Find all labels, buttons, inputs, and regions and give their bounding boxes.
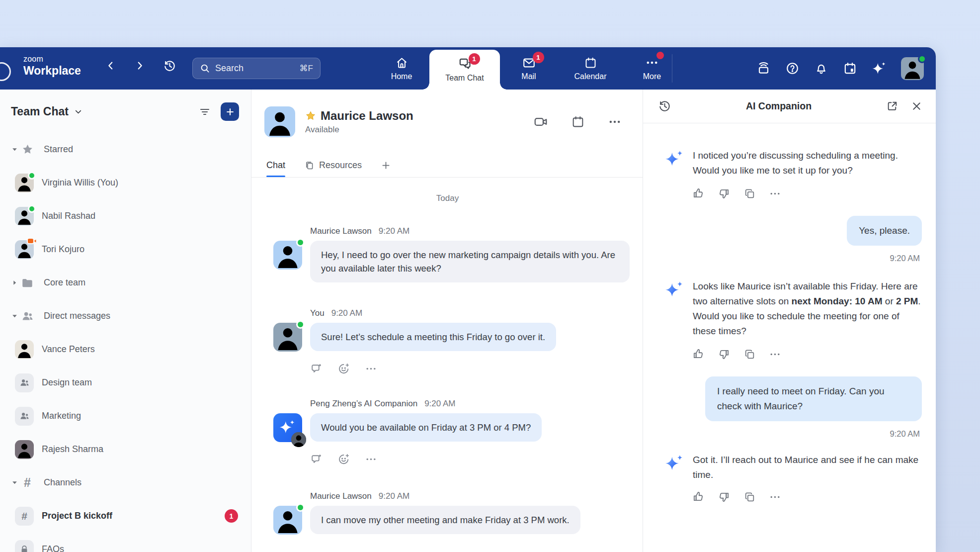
sidebar-item-virginia-willis[interactable]: Virginia Willis (You) <box>0 166 251 199</box>
ai-message: I noticed you’re discussing scheduling a… <box>665 148 923 178</box>
copy-icon[interactable] <box>743 187 756 200</box>
sidebar-section-core-team[interactable]: Core team <box>0 266 251 299</box>
more-icon[interactable] <box>769 348 781 361</box>
sidebar-title[interactable]: Team Chat <box>11 105 69 118</box>
search-icon <box>200 63 210 74</box>
tab-team-chat[interactable]: 1 Team Chat <box>429 50 500 90</box>
sidebar-item-nabil-rashad[interactable]: Nabil Rashad <box>0 199 251 233</box>
caret-down-icon[interactable] <box>11 479 18 486</box>
tab-mail[interactable]: 1 Mail <box>500 47 558 90</box>
help-icon[interactable] <box>785 61 800 76</box>
user-avatar[interactable] <box>901 57 924 80</box>
sidebar-item-label: Vance Peters <box>42 344 95 355</box>
sidebar-section-direct-messages[interactable]: Direct messages <box>0 299 251 333</box>
nav-back-button[interactable] <box>105 60 116 71</box>
sidebar-item-label: Project B kickoff <box>42 511 112 521</box>
message-author-row: Maurice Lawson9:20 AM <box>310 491 630 501</box>
video-call-icon[interactable] <box>533 114 548 129</box>
sidebar-item-label: Virginia Willis (You) <box>42 178 118 188</box>
home-icon <box>395 56 408 70</box>
sidebar-section-starred[interactable]: Starred <box>0 133 251 166</box>
notifications-icon[interactable] <box>814 61 828 76</box>
tab-resources[interactable]: Resources <box>304 160 362 177</box>
more-icon[interactable] <box>769 490 781 503</box>
sidebar-item-rajesh-sharma[interactable]: Rajesh Sharma <box>0 433 251 466</box>
presence-online <box>296 503 305 512</box>
tab-chat[interactable]: Chat <box>266 160 285 177</box>
message-list[interactable]: Today Maurice Lawson9:20 AM Hey, I need … <box>251 178 643 552</box>
message-group: Maurice Lawson9:20 AM Hey, I need to go … <box>265 226 630 282</box>
tab-home[interactable]: Home <box>374 47 429 90</box>
calendar-date-icon[interactable] <box>843 61 857 76</box>
ai-user-bubble[interactable]: I really need to meet on Friday. Can you… <box>705 376 922 421</box>
thumbs-down-icon[interactable] <box>718 490 731 503</box>
thumbs-up-icon[interactable] <box>692 490 705 503</box>
content-area: Team Chat Starred <box>0 90 936 552</box>
favorite-star-icon[interactable] <box>305 110 316 121</box>
more-icon[interactable] <box>608 115 622 129</box>
pages-icon <box>304 160 315 171</box>
sidebar-item-marketing[interactable]: Marketing <box>0 399 251 433</box>
avatar <box>15 207 34 226</box>
ai-message-time: 9:20 AM <box>665 254 923 263</box>
ai-message-list[interactable]: I noticed you’re discussing scheduling a… <box>643 123 936 552</box>
chat-header: Maurice Lawson Available <box>251 90 643 154</box>
plus-icon <box>225 107 235 117</box>
team-chat-badge: 1 <box>469 53 480 65</box>
sidebar-item-design-team[interactable]: Design team <box>0 366 251 399</box>
message-bubble[interactable]: Hey, I need to go over the new marketing… <box>310 241 630 282</box>
ai-user-bubble[interactable]: Yes, please. <box>847 216 922 246</box>
emoji-add-icon[interactable] <box>337 453 350 465</box>
more-icon[interactable] <box>365 453 377 465</box>
tab-calendar[interactable]: Calendar <box>558 47 623 90</box>
zoom-workplace-window: zoom Workplace Search ⌘F Home <box>0 47 936 552</box>
chevron-down-icon[interactable] <box>74 107 83 116</box>
filter-icon[interactable] <box>199 106 211 118</box>
add-chat-button[interactable] <box>221 102 239 121</box>
ai-user-message-row: I really need to meet on Friday. Can you… <box>665 376 923 421</box>
chat-contact-avatar[interactable] <box>264 106 295 137</box>
caret-right-icon[interactable] <box>11 279 18 286</box>
thumbs-down-icon[interactable] <box>718 348 731 361</box>
tab-more-label: More <box>643 72 661 81</box>
more-icon[interactable] <box>769 187 781 200</box>
copy-icon[interactable] <box>743 490 756 503</box>
sidebar-item-tori-kojuro[interactable]: Tori Kojuro <box>0 233 251 266</box>
comment-add-icon[interactable] <box>310 453 323 465</box>
sidebar-item-vance-peters[interactable]: Vance Peters <box>0 333 251 366</box>
open-in-new-icon[interactable] <box>886 100 898 112</box>
message-bubble[interactable]: I can move my other meeting and make Fri… <box>310 506 580 534</box>
avatar <box>273 506 302 535</box>
history-icon[interactable] <box>658 99 671 113</box>
tab-calendar-label: Calendar <box>574 72 607 81</box>
sidebar-item-project-b-kickoff[interactable]: # Project B kickoff 1 <box>0 499 251 533</box>
ai-sparkle-icon <box>665 280 684 299</box>
history-icon[interactable] <box>163 59 176 73</box>
add-tab-button[interactable] <box>381 160 391 177</box>
schedule-meeting-icon[interactable] <box>571 115 585 129</box>
emoji-add-icon[interactable] <box>337 363 350 375</box>
hash-icon: # <box>18 475 37 490</box>
top-bar: zoom Workplace Search ⌘F Home <box>0 47 936 90</box>
close-icon[interactable] <box>910 100 923 112</box>
thumbs-up-icon[interactable] <box>692 348 705 361</box>
message-bubble[interactable]: Sure! Let’s schedule a meeting this Frid… <box>310 323 556 351</box>
sidebar-section-channels[interactable]: # Channels <box>0 466 251 499</box>
nav-forward-button[interactable] <box>134 60 145 71</box>
rooms-controller-icon[interactable] <box>756 61 771 76</box>
caret-down-icon[interactable] <box>11 313 18 319</box>
message-bubble[interactable]: Would you be available on Friday at 3 PM… <box>310 413 542 442</box>
ai-companion-icon[interactable] <box>872 61 887 76</box>
ai-message: Got it. I’ll reach out to Maurice and se… <box>665 453 923 482</box>
search-input[interactable]: Search ⌘F <box>192 58 321 79</box>
sidebar-item-faqs[interactable]: FAQs <box>0 533 251 552</box>
chevron-right-icon <box>134 60 145 71</box>
more-icon[interactable] <box>365 363 377 375</box>
caret-down-icon[interactable] <box>11 146 18 153</box>
copy-icon[interactable] <box>743 348 756 361</box>
ai-message-actions <box>692 490 923 503</box>
topbar-divider <box>672 54 672 83</box>
thumbs-up-icon[interactable] <box>692 187 705 200</box>
comment-add-icon[interactable] <box>310 363 323 375</box>
thumbs-down-icon[interactable] <box>718 187 731 200</box>
